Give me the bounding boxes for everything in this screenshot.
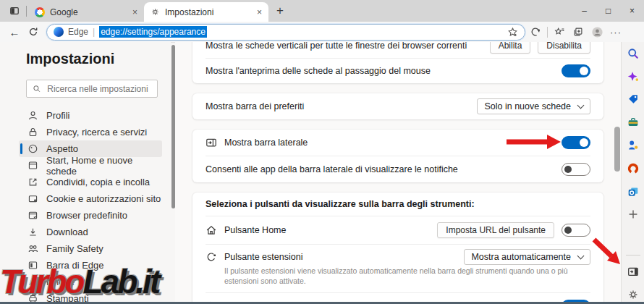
card-sidebar-settings: Mostra barra laterale Consenti alle app … xyxy=(192,130,603,182)
close-tab-icon[interactable]: × xyxy=(132,8,137,17)
outlook-icon xyxy=(627,185,640,198)
sidebar-item-profili[interactable]: Profili xyxy=(19,107,162,124)
show-sidebar-toggle[interactable] xyxy=(562,136,590,149)
minimize-button[interactable]: – xyxy=(572,0,596,22)
settings-search-box[interactable] xyxy=(26,80,158,98)
row-label: Mostra l'anteprima delle schede al passa… xyxy=(206,66,431,76)
profile-avatar xyxy=(591,26,603,38)
favorite-star-icon xyxy=(507,27,518,38)
address-bar[interactable]: Edge | edge://settings/appearance xyxy=(46,24,525,41)
settings-nav: Impostazioni Profili Privacy, ricerca e … xyxy=(0,42,171,302)
sidebar-tools-button[interactable] xyxy=(626,115,640,130)
sidebar-item-label: Condividi, copia e incolla xyxy=(46,177,150,187)
sidebar-item-start-home[interactable]: Start, Home e nuove schede xyxy=(19,157,162,174)
sidebar-games-button[interactable] xyxy=(626,138,640,153)
chevron-down-icon xyxy=(577,102,585,109)
row-label: Consenti alle app della barra laterale d… xyxy=(206,164,458,174)
site-badge: Edge xyxy=(68,27,88,37)
extensions-puzzle-icon xyxy=(206,251,217,263)
sidebar-item-label: Privacy, ricerca e servizi xyxy=(46,127,147,138)
sidebar-item-stampanti[interactable]: Stampanti xyxy=(19,290,162,304)
sidebar-search-button[interactable] xyxy=(626,46,640,61)
printer-icon xyxy=(27,293,38,304)
sidebar-divider xyxy=(626,255,640,256)
settings-nav-items: Profili Privacy, ricerca e servizi Aspet… xyxy=(19,107,171,304)
card-tabs: Mostra le schede verticali per tutte le … xyxy=(192,42,603,83)
sidebar-item-privacy[interactable]: Privacy, ricerca e servizi xyxy=(19,124,162,140)
sidebar-item-condividi[interactable]: Condividi, copia e incolla xyxy=(19,174,162,190)
set-home-url-button[interactable]: Imposta URL del pulsante xyxy=(437,222,554,238)
extensions-toolbar-button[interactable] xyxy=(527,23,544,41)
tab-title: Impostazioni xyxy=(165,7,252,17)
settings-more-button[interactable]: ··· xyxy=(607,23,624,41)
tab-actions-icon xyxy=(9,6,20,16)
favorites-bar-dropdown[interactable]: Solo in nuove schede xyxy=(477,98,590,114)
row-label: Pulsante estensioni xyxy=(224,252,302,262)
sidebar-item-cookie[interactable]: Cookie e autorizzazioni sito xyxy=(19,190,162,207)
sidebar-item-label: Download xyxy=(46,227,88,237)
tab-preview-toggle[interactable] xyxy=(562,64,590,77)
sidebar-add-button[interactable] xyxy=(626,208,640,222)
row-label: Mostra barra laterale xyxy=(224,138,308,148)
row-show-sidebar: Mostra barra laterale xyxy=(206,130,590,156)
row-tab-preview: Mostra l'anteprima delle schede al passa… xyxy=(206,59,590,83)
dropdown-value: Mostra automaticamente xyxy=(471,252,571,262)
default-browser-icon xyxy=(27,210,38,221)
sidebar-office-button[interactable] xyxy=(626,161,640,176)
sidebar-discover-button[interactable] xyxy=(626,69,640,84)
tab-google[interactable]: Google × xyxy=(28,2,144,22)
discover-sparkle-icon xyxy=(627,70,640,83)
back-button[interactable]: ← xyxy=(6,23,23,41)
sidebar-item-family-safety[interactable]: Family Safety xyxy=(19,240,162,257)
row-label: Pulsante Home xyxy=(224,225,286,235)
profile-button[interactable] xyxy=(588,23,606,41)
row-home-button: Pulsante Home Imposta URL del pulsante xyxy=(206,216,590,244)
favorites-button-toggle[interactable] xyxy=(562,300,590,302)
page-scrollbar-thumb[interactable] xyxy=(614,127,620,172)
sidebar-item-label: Aspetto xyxy=(46,143,78,154)
refresh-button[interactable] xyxy=(25,23,42,41)
collections-toolbar-button[interactable] xyxy=(569,23,587,41)
sidebar-outlook-button[interactable] xyxy=(626,185,640,199)
tab-actions-menu-button[interactable] xyxy=(6,2,23,20)
favorites-toolbar-button[interactable] xyxy=(551,23,568,41)
sidebar-item-browser-predefinito[interactable]: Browser predefinito xyxy=(19,207,162,224)
toolbar: ← Edge | edge://settings/appearance xyxy=(0,22,644,43)
sidebar-item-download[interactable]: Download xyxy=(19,224,162,240)
window-icon xyxy=(27,160,38,171)
sidebar-notifications-toggle[interactable] xyxy=(562,163,590,176)
shopping-tag-icon xyxy=(627,93,640,106)
sidebar-item-lingue[interactable]: Lingue xyxy=(19,274,162,290)
tab-impostazioni[interactable]: Impostazioni × xyxy=(144,2,268,22)
extensions-button-dropdown[interactable]: Mostra automaticamente xyxy=(464,249,590,265)
sidebar-panel-icon xyxy=(206,137,217,148)
edge-sidebar xyxy=(621,42,644,302)
maximize-button[interactable]: □ xyxy=(596,0,620,22)
disable-button[interactable]: Disabilita xyxy=(538,42,590,54)
url-text-selected[interactable]: edge://settings/appearance xyxy=(99,26,207,38)
settings-content: Mostra le schede verticali per tutte le … xyxy=(175,42,621,302)
sidebar-shopping-button[interactable] xyxy=(626,93,640,107)
toolbox-icon xyxy=(627,116,640,129)
home-icon xyxy=(206,224,217,236)
new-tab-button[interactable]: + xyxy=(271,2,289,20)
gear-icon xyxy=(627,288,640,301)
add-favorite-button[interactable] xyxy=(507,27,518,38)
row-label: Mostra le schede verticali per tutte le … xyxy=(206,42,467,51)
site-permissions-icon xyxy=(27,193,38,204)
enable-button[interactable]: Abilita xyxy=(490,42,531,54)
favorites-star-icon xyxy=(206,300,217,302)
sidebar-settings-button[interactable] xyxy=(626,287,640,302)
hide-sidebar-button[interactable] xyxy=(626,264,640,279)
settings-search-input[interactable] xyxy=(46,83,151,95)
settings-favicon-gear-icon xyxy=(151,7,160,17)
close-window-button[interactable]: × xyxy=(620,0,644,22)
languages-icon xyxy=(27,276,38,287)
close-tab-icon[interactable]: × xyxy=(257,8,262,17)
tab-title: Google xyxy=(50,7,127,17)
favorites-star-lines-icon xyxy=(554,26,565,38)
home-button-toggle[interactable] xyxy=(562,224,590,237)
family-icon xyxy=(27,243,38,254)
sidebar-item-barra-di-edge[interactable]: Barra di Edge xyxy=(19,257,162,274)
extensions-note: Il pulsante estensioni viene visualizzat… xyxy=(206,266,590,292)
